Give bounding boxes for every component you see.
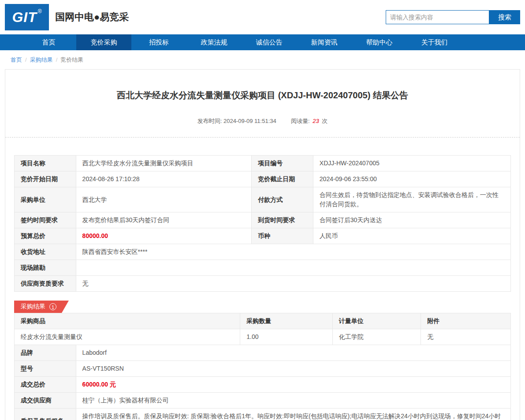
detail-value: 60000.00 元 bbox=[76, 377, 510, 393]
field-value: 2024-08-26 17:10:28 bbox=[76, 171, 252, 187]
publish-time-label: 发布时间: bbox=[197, 118, 222, 124]
info-row: 现场踏勘 bbox=[15, 260, 511, 276]
result-badge: 采购结果 1 bbox=[14, 301, 69, 313]
info-row: 预算总价80000.00币种人民币 bbox=[15, 228, 511, 244]
detail-value: AS-VT150RSN bbox=[76, 361, 510, 377]
detail-row: 成交供应商桂宁（上海）实验器材有限公司 bbox=[15, 393, 511, 409]
site-logo[interactable]: GIT ® bbox=[5, 4, 49, 30]
field-value bbox=[76, 260, 510, 276]
field-value: 无 bbox=[76, 276, 510, 292]
breadcrumb: 首页/采购结果/竞价结果 bbox=[0, 50, 525, 69]
article-meta: 发布时间: 2024-09-09 11:51:34 阅读量: 23 次 bbox=[14, 117, 511, 125]
nav-item-7[interactable]: 关于我们 bbox=[407, 34, 462, 50]
project-info-table: 项目名称西北大学经皮水分流失量测量仪采购项目项目编号XDJJ-HW-202407… bbox=[14, 155, 511, 292]
page-title: 西北大学经皮水分流失量测量仪采购项目 (XDJJ-HW-202407005) 结… bbox=[19, 89, 506, 101]
detail-label: 品牌 bbox=[15, 345, 76, 361]
detail-row: 质保及售后服务操作培训及质保售后。质保及响应时效: 质保期:验收合格后1年。响应… bbox=[15, 409, 511, 420]
result-header-cell: 计量单位 bbox=[332, 313, 421, 329]
result-header-cell: 采购数量 bbox=[240, 313, 332, 329]
field-label: 项目编号 bbox=[252, 156, 313, 171]
product-row: 经皮水分流失量测量仪1.00化工学院无 bbox=[15, 329, 511, 345]
result-header-cell: 附件 bbox=[421, 313, 511, 329]
main-nav: 首页竞价采购招投标政策法规诚信公告新闻资讯帮助中心关于我们 bbox=[0, 34, 525, 50]
breadcrumb-item-0[interactable]: 首页 bbox=[11, 56, 22, 63]
product-cell: 1.00 bbox=[240, 329, 332, 345]
field-label: 竞价开始日期 bbox=[15, 171, 76, 187]
nav-item-1[interactable]: 竞价采购 bbox=[76, 34, 131, 50]
result-header-row: 采购商品采购数量计量单位附件 bbox=[15, 313, 511, 329]
info-row: 签约时间要求发布竞价结果后30天内签订合同到货时间要求合同签订后30天内送达 bbox=[15, 212, 511, 228]
result-header-cell: 采购商品 bbox=[15, 313, 240, 329]
field-label: 签约时间要求 bbox=[15, 212, 76, 228]
result-count-badge: 1 bbox=[49, 303, 56, 310]
field-value: 80000.00 bbox=[76, 228, 252, 244]
info-row: 项目名称西北大学经皮水分流失量测量仪采购项目项目编号XDJJ-HW-202407… bbox=[15, 156, 511, 171]
breadcrumb-separator: / bbox=[56, 56, 58, 63]
info-row: 供应商资质要求无 bbox=[15, 276, 511, 292]
nav-item-2[interactable]: 招投标 bbox=[131, 34, 186, 50]
field-label: 现场踏勘 bbox=[15, 260, 76, 276]
field-value: 合同签订后30天内送达 bbox=[313, 212, 510, 228]
detail-label: 成交供应商 bbox=[15, 393, 76, 409]
info-row: 收货地址陕西省西安市长安区**** bbox=[15, 244, 511, 260]
field-label: 到货时间要求 bbox=[252, 212, 313, 228]
detail-value: 操作培训及质保售后。质保及响应时效: 质保期:验收合格后1年。响应时效:即时响应… bbox=[76, 409, 510, 420]
breadcrumb-item-2: 竞价结果 bbox=[60, 56, 83, 63]
detail-row: 品牌Labodorf bbox=[15, 345, 511, 361]
nav-item-4[interactable]: 诚信公告 bbox=[242, 34, 297, 50]
site-name: 国网中电●易竞采 bbox=[55, 11, 386, 24]
breadcrumb-separator: / bbox=[25, 56, 27, 63]
result-badge-label: 采购结果 bbox=[21, 303, 45, 311]
field-label: 付款方式 bbox=[252, 187, 313, 212]
views-count: 23 bbox=[313, 118, 319, 124]
info-row: 采购单位西北大学付款方式合同生效后，待货物到达指定地点、安装调试验收合格后，一次… bbox=[15, 187, 511, 212]
product-cell: 无 bbox=[421, 329, 511, 345]
publish-time-value: 2024-09-09 11:51:34 bbox=[223, 118, 276, 124]
field-value: 人民币 bbox=[313, 228, 510, 244]
field-value: 2024-09-06 23:55:00 bbox=[313, 171, 510, 187]
field-label: 币种 bbox=[252, 228, 313, 244]
registered-mark-icon: ® bbox=[38, 7, 42, 15]
field-label: 收货地址 bbox=[15, 244, 76, 260]
field-label: 采购单位 bbox=[15, 187, 76, 212]
product-cell: 经皮水分流失量测量仪 bbox=[15, 329, 240, 345]
detail-value: 桂宁（上海）实验器材有限公司 bbox=[76, 393, 510, 409]
search-button[interactable]: 搜索 bbox=[489, 10, 520, 24]
breadcrumb-item-1[interactable]: 采购结果 bbox=[30, 56, 53, 63]
detail-label: 成交总价 bbox=[15, 377, 76, 393]
logo-text: GIT bbox=[12, 7, 37, 27]
product-cell: 化工学院 bbox=[332, 329, 421, 345]
field-label: 竞价截止日期 bbox=[252, 171, 313, 187]
field-value: XDJJ-HW-202407005 bbox=[313, 156, 510, 171]
field-label: 预算总价 bbox=[15, 228, 76, 244]
info-row: 竞价开始日期2024-08-26 17:10:28竞价截止日期2024-09-0… bbox=[15, 171, 511, 187]
nav-item-0[interactable]: 首页 bbox=[21, 34, 76, 50]
purchase-result-table: 采购商品采购数量计量单位附件经皮水分流失量测量仪1.00化工学院无品牌Labod… bbox=[14, 313, 511, 420]
field-value: 西北大学经皮水分流失量测量仪采购项目 bbox=[76, 156, 252, 171]
detail-label: 质保及售后服务 bbox=[15, 409, 76, 420]
nav-item-3[interactable]: 政策法规 bbox=[186, 34, 242, 50]
detail-value: Labodorf bbox=[76, 345, 510, 361]
field-label: 供应商资质要求 bbox=[15, 276, 76, 292]
views-label: 阅读量: bbox=[291, 118, 310, 124]
detail-row: 成交总价60000.00 元 bbox=[15, 377, 511, 393]
field-value: 陕西省西安市长安区**** bbox=[76, 244, 510, 260]
detail-label: 型号 bbox=[15, 361, 76, 377]
field-value: 发布竞价结果后30天内签订合同 bbox=[76, 212, 252, 228]
dashed-divider bbox=[5, 137, 520, 138]
search-input[interactable] bbox=[386, 10, 489, 24]
detail-row: 型号AS-VT150RSN bbox=[15, 361, 511, 377]
field-value: 西北大学 bbox=[76, 187, 252, 212]
search-bar: 搜索 bbox=[386, 10, 520, 24]
field-label: 项目名称 bbox=[15, 156, 76, 171]
nav-item-5[interactable]: 新闻资讯 bbox=[297, 34, 352, 50]
field-value: 合同生效后，待货物到达指定地点、安装调试验收合格后，一次性付清合同货款。 bbox=[313, 187, 510, 212]
site-header: GIT ® 国网中电●易竞采 搜索 bbox=[0, 0, 525, 34]
views-unit: 次 bbox=[322, 118, 328, 124]
content-panel: 西北大学经皮水分流失量测量仪采购项目 (XDJJ-HW-202407005) 结… bbox=[5, 69, 520, 420]
nav-item-6[interactable]: 帮助中心 bbox=[352, 34, 407, 50]
